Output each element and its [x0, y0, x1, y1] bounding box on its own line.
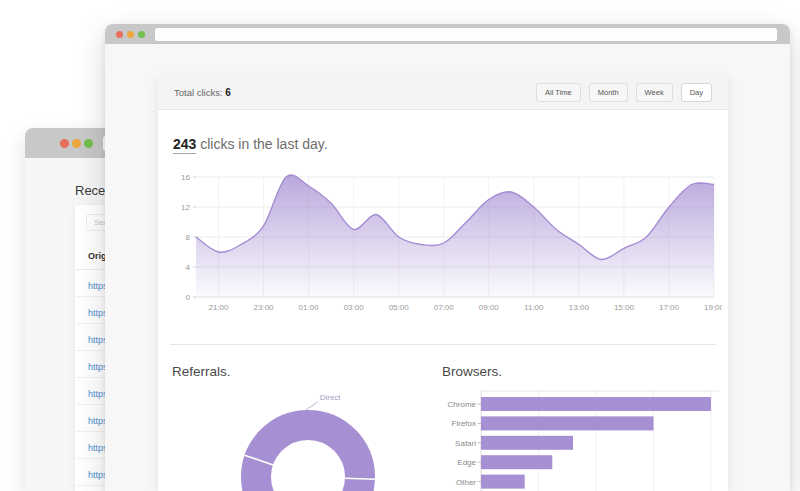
svg-text:01:00: 01:00 [299, 303, 320, 312]
donut-slice-label: Direct [320, 393, 342, 402]
referrals-heading: Referrals. [172, 364, 231, 379]
clicks-in-last-day-heading: 243 clicks in the last day. [173, 136, 328, 152]
browsers-bar-chart: ChromeFirefoxSafariEdgeOther [440, 386, 725, 491]
bar-chrome [481, 397, 711, 411]
svg-text:11:00: 11:00 [524, 303, 544, 312]
filter-button-day[interactable]: Day [681, 83, 712, 102]
bar-label: Edge [457, 458, 476, 467]
analytics-card-header: Total clicks: 6 All TimeMonthWeekDay [158, 76, 728, 110]
svg-text:4: 4 [186, 263, 191, 272]
referrals-donut-chart: Direct [230, 390, 390, 491]
window-dot-yellow-icon [72, 139, 81, 148]
bar-safari [481, 436, 573, 450]
svg-text:23:00: 23:00 [254, 303, 275, 312]
bar-label: Safari [455, 439, 476, 448]
svg-text:19:00: 19:00 [704, 303, 722, 312]
filter-button-month[interactable]: Month [589, 83, 628, 102]
total-clicks: Total clicks: 6 [174, 87, 231, 98]
time-filter-group: All TimeMonthWeekDay [536, 83, 712, 102]
svg-text:17:00: 17:00 [659, 303, 680, 312]
front-browser-window: Total clicks: 6 All TimeMonthWeekDay 243… [105, 24, 790, 491]
bar-firefox [481, 416, 654, 430]
total-clicks-value: 6 [225, 87, 231, 98]
svg-text:21:00: 21:00 [209, 303, 230, 312]
svg-text:07:00: 07:00 [434, 303, 455, 312]
clicks-heading-text: clicks in the last day. [196, 136, 327, 152]
bar-other [481, 475, 525, 489]
front-address-bar [155, 28, 777, 41]
svg-text:8: 8 [186, 233, 191, 242]
svg-text:16: 16 [181, 173, 190, 182]
front-window-titlebar [105, 24, 790, 44]
analytics-card: Total clicks: 6 All TimeMonthWeekDay 243… [158, 76, 728, 491]
filter-button-week[interactable]: Week [636, 83, 673, 102]
svg-text:12: 12 [181, 203, 190, 212]
section-divider [170, 344, 716, 345]
bar-label: Firefox [452, 419, 476, 428]
browsers-heading: Browsers. [442, 364, 502, 379]
window-dot-green-icon [138, 31, 145, 38]
clicks-area-chart: 048121621:0023:0001:0003:0005:0007:0009:… [166, 168, 722, 318]
svg-text:15:00: 15:00 [614, 303, 635, 312]
window-dot-yellow-icon [127, 31, 134, 38]
donut-ring [256, 425, 360, 491]
bar-label: Other [456, 478, 476, 487]
bar-label: Chrome [448, 400, 477, 409]
svg-text:05:00: 05:00 [389, 303, 410, 312]
filter-button-all-time[interactable]: All Time [536, 83, 581, 102]
svg-text:0: 0 [186, 293, 191, 302]
total-clicks-label: Total clicks: [174, 87, 223, 98]
svg-text:09:00: 09:00 [479, 303, 500, 312]
window-dot-red-icon [60, 139, 69, 148]
window-dot-green-icon [84, 139, 93, 148]
bar-edge [481, 455, 552, 469]
window-dot-red-icon [116, 31, 123, 38]
svg-text:13:00: 13:00 [569, 303, 590, 312]
svg-text:03:00: 03:00 [344, 303, 365, 312]
clicks-count: 243 [173, 136, 196, 154]
area-fill [196, 175, 714, 297]
